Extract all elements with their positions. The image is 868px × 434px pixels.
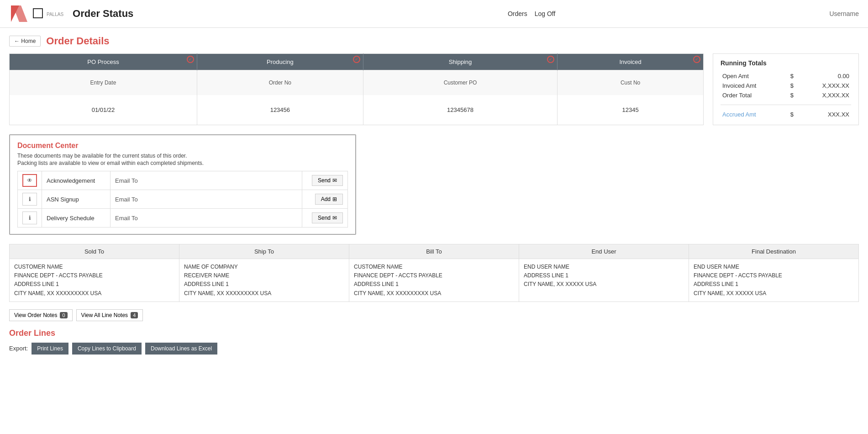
final-dest-body: END USER NAME FINANCE DEPT - ACCTS PAYAB… — [689, 259, 858, 302]
nav-orders[interactable]: Orders — [508, 10, 527, 17]
acknowledgement-send-label: Send — [318, 177, 331, 184]
sold-to-body: CUSTOMER NAME FINANCE DEPT - ACCTS PAYAB… — [10, 259, 179, 302]
entry-date-header: Entry Date — [10, 70, 197, 95]
ship-to-body: NAME OF COMPANY RECEIVER NAME ADDRESS LI… — [179, 259, 349, 302]
pallas-text-label: PALLAS — [47, 12, 63, 17]
address-col-bill-to: Bill To CUSTOMER NAME FINANCE DEPT - ACC… — [349, 244, 519, 302]
document-table: 👁 Acknowledgement Email To Send ✉ ℹ — [17, 171, 348, 228]
status-col-producing: ✓ Producing — [197, 54, 363, 70]
order-top-section: ✓ PO Process ✓ Producing ✓ Shipping ✓ In… — [9, 53, 859, 125]
end-user-header: End User — [519, 244, 689, 259]
send-icon-delivery: ✉ — [332, 215, 337, 221]
asn-signup-action-cell: Add ⊞ — [302, 190, 348, 209]
asn-signup-email[interactable]: Email To — [110, 190, 302, 209]
view-order-notes-badge: 0 — [60, 312, 67, 318]
view-all-line-notes-button[interactable]: View All Line Notes 4 — [76, 309, 143, 321]
app-title: Order Status — [73, 8, 133, 20]
sold-to-line1: CUSTOMER NAME — [14, 263, 174, 271]
acknowledgement-email[interactable]: Email To — [110, 171, 302, 190]
bill-to-body: CUSTOMER NAME FINANCE DEPT - ACCTS PAYAB… — [349, 259, 519, 302]
header: PALLAS Order Status Orders Log Off Usern… — [0, 0, 868, 28]
asn-signup-add-button[interactable]: Add ⊞ — [315, 194, 343, 205]
nav-logoff[interactable]: Log Off — [535, 10, 556, 17]
username-label: Username — [829, 10, 859, 17]
delivery-schedule-name: Delivery Schedule — [42, 209, 110, 228]
accrued-amt-value: XXX.XX — [796, 110, 851, 119]
bill-to-line3: ADDRESS LINE 1 — [354, 280, 514, 289]
address-col-ship-to: Ship To NAME OF COMPANY RECEIVER NAME AD… — [179, 244, 349, 302]
asn-signup-icon-cell: ℹ — [18, 190, 42, 209]
view-order-notes-label: View Order Notes — [14, 312, 57, 318]
status-col-invoiced: ✓ Invoiced — [558, 54, 704, 70]
invoiced-label: Invoiced — [619, 58, 641, 65]
delivery-schedule-icon-cell: ℹ — [18, 209, 42, 228]
print-lines-button[interactable]: Print Lines — [32, 343, 68, 355]
accrued-amt-row: Accrued Amt $ XXX.XX — [721, 110, 851, 119]
back-button[interactable]: ← Home — [9, 36, 41, 47]
final-dest-line1: END USER NAME — [694, 263, 854, 271]
ship-to-line3: ADDRESS LINE 1 — [184, 280, 344, 289]
ship-to-line4: CITY NAME, XX XXXXXXXXX USA — [184, 289, 344, 298]
end-user-body: END USER NAME ADDRESS LINE 1 CITY NAME, … — [519, 259, 689, 293]
send-icon: ✉ — [332, 177, 337, 184]
delivery-schedule-info-button[interactable]: ℹ — [22, 212, 37, 224]
view-all-line-notes-badge: 4 — [131, 312, 138, 318]
order-total-label: Order Total — [721, 90, 787, 100]
add-icon: ⊞ — [332, 196, 337, 202]
end-user-line4: CITY NAME, XX XXXXX USA — [524, 280, 684, 289]
download-lines-button[interactable]: Download Lines as Excel — [145, 343, 217, 355]
invoiced-amt-value: X,XXX.XX — [796, 81, 851, 90]
asn-signup-name: ASN Signup — [42, 190, 110, 209]
order-no-header: Order No — [197, 70, 363, 95]
cust-no-header: Cust No — [558, 70, 704, 95]
totals-table: Open Amt $ 0.00 Invoiced Amt $ X,XXX.XX … — [721, 71, 851, 119]
shipping-label: Shipping — [449, 58, 472, 65]
copy-lines-button[interactable]: Copy Lines to Clipboard — [72, 343, 142, 355]
acknowledgement-view-button[interactable]: 👁 — [22, 174, 37, 187]
address-col-sold-to: Sold To CUSTOMER NAME FINANCE DEPT - ACC… — [10, 244, 179, 302]
bill-to-line4: CITY NAME, XX XXXXXXXXX USA — [354, 289, 514, 298]
address-col-end-user: End User END USER NAME ADDRESS LINE 1 CI… — [519, 244, 689, 302]
order-info-header-row: Entry Date Order No Customer PO Cust No — [10, 70, 704, 95]
order-total-value: X,XXX.XX — [796, 90, 851, 100]
delivery-schedule-send-button[interactable]: Send ✉ — [312, 212, 343, 223]
open-amt-value: 0.00 — [796, 71, 851, 81]
customer-po-value: 12345678 — [363, 95, 557, 125]
end-user-line3: ADDRESS LINE 1 — [524, 271, 684, 280]
status-col-po-process: ✓ PO Process — [10, 54, 197, 70]
delivery-schedule-email[interactable]: Email To — [110, 209, 302, 228]
acknowledgement-name: Acknowledgement — [42, 171, 110, 190]
view-all-line-notes-label: View All Line Notes — [81, 312, 128, 318]
acknowledgement-send-button[interactable]: Send ✉ — [312, 175, 343, 186]
ship-to-line2: RECEIVER NAME — [184, 271, 344, 280]
invoiced-amt-row: Invoiced Amt $ X,XXX.XX — [721, 81, 851, 90]
export-label: Export: — [9, 345, 28, 352]
doc-row-delivery-schedule: ℹ Delivery Schedule Email To Send ✉ — [18, 209, 348, 228]
pallas-logo-icon — [9, 4, 29, 24]
view-order-notes-button[interactable]: View Order Notes 0 — [9, 309, 73, 321]
open-amt-dollar: $ — [787, 71, 796, 81]
bill-to-line2: FINANCE DEPT - ACCTS PAYABLE — [354, 271, 514, 280]
page-title: Order Details — [46, 35, 109, 47]
order-lines-title: Order Lines — [9, 328, 859, 338]
final-dest-line3: ADDRESS LINE 1 — [694, 280, 854, 289]
acknowledgement-icon-cell: 👁 — [18, 171, 42, 190]
po-process-icon: ✓ — [187, 56, 194, 63]
status-header-row: ✓ PO Process ✓ Producing ✓ Shipping ✓ In… — [10, 54, 704, 70]
notes-row: View Order Notes 0 View All Line Notes 4 — [9, 309, 859, 321]
invoiced-amt-label: Invoiced Amt — [721, 81, 787, 90]
address-section: Sold To CUSTOMER NAME FINANCE DEPT - ACC… — [9, 244, 859, 302]
entry-date-value: 01/01/22 — [10, 95, 197, 125]
asn-signup-info-button[interactable]: ℹ — [22, 193, 37, 206]
logo-area: PALLAS — [9, 4, 63, 24]
final-dest-line4: CITY NAME, XX XXXXX USA — [694, 289, 854, 298]
shipping-icon: ✓ — [547, 56, 554, 63]
accrued-amt-dollar: $ — [787, 110, 796, 119]
running-totals-title: Running Totals — [721, 59, 851, 67]
bill-to-line1: CUSTOMER NAME — [354, 263, 514, 271]
accrued-amt-link[interactable]: Accrued Amt — [722, 111, 756, 118]
document-center-desc2: Packing lists are available to view or e… — [17, 160, 348, 166]
po-process-label: PO Process — [87, 58, 119, 65]
header-nav: Orders Log Off — [508, 10, 555, 17]
invoiced-amt-dollar: $ — [787, 81, 796, 90]
